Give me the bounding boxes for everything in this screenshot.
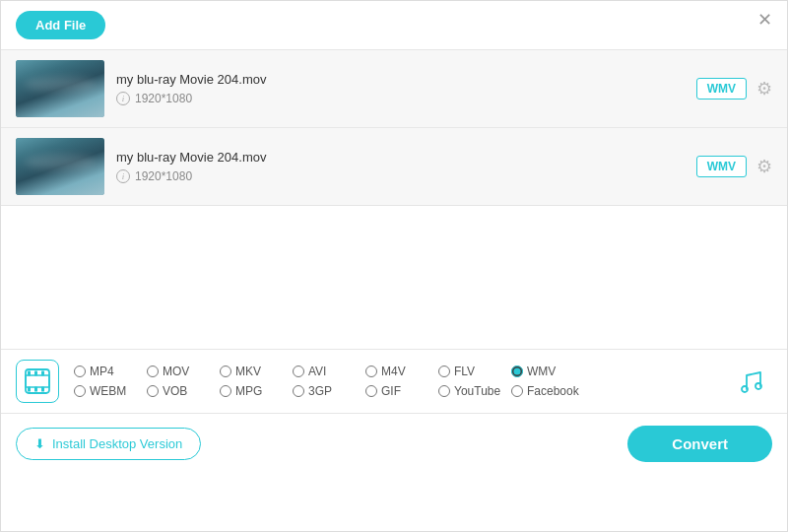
format-option-flv[interactable]: FLV: [438, 365, 507, 378]
file-name: my blu-ray Movie 204.mov: [116, 72, 685, 87]
install-label: Install Desktop Version: [52, 436, 182, 451]
download-icon: ⬇: [34, 436, 45, 451]
file-list: my blu-ray Movie 204.mov i 1920*1080 WMV…: [1, 49, 787, 206]
install-desktop-button[interactable]: ⬇ Install Desktop Version: [16, 428, 201, 460]
film-icon[interactable]: [16, 360, 59, 403]
music-icon[interactable]: [729, 360, 772, 403]
header: Add File ✕: [1, 1, 787, 49]
thumbnail: [16, 138, 104, 195]
file-meta: i 1920*1080: [116, 92, 685, 105]
convert-button[interactable]: Convert: [627, 426, 772, 462]
format-option-mp4[interactable]: MP4: [74, 365, 143, 378]
format-selector: MP4 MOV MKV AVI M4V FLV WMV: [1, 349, 787, 413]
format-badge[interactable]: WMV: [696, 156, 747, 177]
info-icon: i: [116, 92, 130, 105]
close-button[interactable]: ✕: [757, 11, 772, 29]
format-option-mpg[interactable]: MPG: [220, 384, 289, 398]
format-option-vob[interactable]: VOB: [147, 384, 216, 398]
svg-rect-2: [28, 371, 31, 376]
file-actions: WMV ⚙: [696, 78, 772, 100]
file-name: my blu-ray Movie 204.mov: [116, 150, 685, 165]
middle-area: [1, 206, 787, 349]
thumbnail: [16, 60, 104, 117]
format-row-1: MP4 MOV MKV AVI M4V FLV WMV: [74, 365, 714, 378]
add-file-button[interactable]: Add File: [16, 11, 105, 39]
file-resolution: 1920*1080: [135, 92, 192, 105]
file-info: my blu-ray Movie 204.mov i 1920*1080: [116, 72, 685, 105]
file-info: my blu-ray Movie 204.mov i 1920*1080: [116, 150, 685, 183]
format-option-webm[interactable]: WEBM: [74, 384, 143, 398]
svg-rect-1: [26, 375, 49, 387]
format-rows: MP4 MOV MKV AVI M4V FLV WMV: [74, 365, 714, 398]
format-option-3gp[interactable]: 3GP: [293, 384, 361, 398]
format-option-youtube[interactable]: YouTube: [438, 384, 507, 398]
svg-rect-5: [28, 387, 31, 392]
svg-rect-4: [41, 371, 44, 376]
footer: ⬇ Install Desktop Version Convert: [1, 413, 787, 474]
table-row: my blu-ray Movie 204.mov i 1920*1080 WMV…: [1, 50, 787, 128]
format-option-avi[interactable]: AVI: [293, 365, 361, 378]
settings-button[interactable]: ⚙: [756, 156, 772, 177]
format-option-gif[interactable]: GIF: [365, 384, 434, 398]
svg-rect-7: [41, 387, 44, 392]
format-badge[interactable]: WMV: [696, 78, 747, 100]
format-row-2: WEBM VOB MPG 3GP GIF YouTube Facebook: [74, 384, 714, 398]
format-option-mov[interactable]: MOV: [147, 365, 216, 378]
svg-rect-3: [34, 371, 37, 376]
format-option-facebook[interactable]: Facebook: [511, 384, 580, 398]
info-icon: i: [116, 169, 130, 183]
settings-button[interactable]: ⚙: [756, 78, 772, 100]
svg-rect-6: [34, 387, 37, 392]
format-option-mkv[interactable]: MKV: [220, 365, 289, 378]
file-actions: WMV ⚙: [696, 156, 772, 177]
file-resolution: 1920*1080: [135, 169, 192, 183]
format-option-m4v[interactable]: M4V: [365, 365, 434, 378]
table-row: my blu-ray Movie 204.mov i 1920*1080 WMV…: [1, 128, 787, 205]
file-meta: i 1920*1080: [116, 169, 685, 183]
format-option-wmv[interactable]: WMV: [511, 365, 580, 378]
